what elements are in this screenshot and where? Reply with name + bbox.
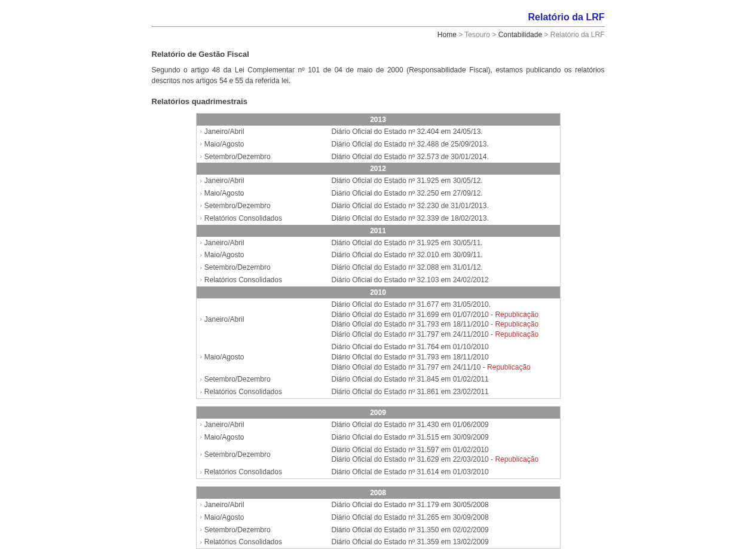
detail-line: Diário Oficial do Estado nº 32.010 em 30… bbox=[332, 250, 556, 260]
chevron-right-icon: › bbox=[200, 177, 202, 185]
row-detail-cell: Diário Oficial do Estado nº 31.764 em 01… bbox=[332, 342, 556, 372]
detail-text: Diário Oficial do Estado nº 31.430 em 01… bbox=[332, 420, 489, 429]
row-detail-cell: Diário Oficial do Estado nº 32.010 em 30… bbox=[332, 250, 556, 260]
breadcrumb-l1[interactable]: Tesouro bbox=[464, 30, 490, 39]
period-link[interactable]: Janeiro/Abril bbox=[204, 127, 244, 137]
period-link[interactable]: Janeiro/Abril bbox=[204, 500, 244, 510]
detail-text: Diário Oficial do Estado nº 32.404 em 24… bbox=[332, 127, 483, 136]
period-link[interactable]: Setembro/Dezembro bbox=[204, 263, 271, 273]
detail-text: Diário Oficial do Estado nº 31.179 em 30… bbox=[332, 501, 489, 509]
separator: - bbox=[480, 363, 487, 371]
period-link[interactable]: Setembro/Dezembro bbox=[204, 201, 271, 211]
row-period-cell: ›Maio/Agosto bbox=[200, 342, 332, 372]
republicacao-label[interactable]: Republicação bbox=[495, 310, 538, 319]
row-period-cell: ›Setembro/Dezembro bbox=[200, 263, 332, 273]
detail-line: Diário Oficial do Estado nº 31.764 em 01… bbox=[332, 342, 556, 352]
chevron-right-icon: › bbox=[200, 353, 202, 361]
breadcrumb-sep: > bbox=[490, 30, 498, 39]
period-link[interactable]: Setembro/Dezembro bbox=[204, 374, 271, 385]
period-link[interactable]: Setembro/Dezembro bbox=[204, 152, 271, 162]
detail-line: Diário Oficial do Estado nº 31.793 em 18… bbox=[332, 352, 556, 362]
row-detail-cell: Diário Oficial do Estado nº 31.925 em 30… bbox=[332, 176, 556, 186]
row-detail-cell: Diário Oficial do Estado nº 31.845 em 01… bbox=[332, 374, 556, 385]
period-link[interactable]: Maio/Agosto bbox=[204, 188, 244, 199]
detail-text: Diário Oficial do Estado nº 32.010 em 30… bbox=[332, 251, 483, 259]
period-link[interactable]: Relatórios Consolidados bbox=[204, 537, 282, 547]
period-link[interactable]: Janeiro/Abril bbox=[204, 420, 244, 430]
row-period-cell: ›Setembro/Dezembro bbox=[200, 525, 332, 535]
republicacao-label[interactable]: Republicação bbox=[495, 455, 538, 463]
row-period-cell: ›Setembro/Dezembro bbox=[200, 374, 332, 385]
chevron-right-icon: › bbox=[200, 251, 202, 260]
detail-line: Diário Oficial do Estado nº 32.339 de 18… bbox=[332, 214, 556, 224]
separator: - bbox=[489, 320, 495, 328]
chevron-right-icon: › bbox=[200, 450, 202, 459]
report-table: 2008›Janeiro/AbrilDiário Oficial do Esta… bbox=[196, 486, 561, 549]
chevron-right-icon: › bbox=[200, 315, 202, 324]
row-detail-cell: Diário Oficial do Estado nº 31.430 em 01… bbox=[332, 420, 556, 430]
period-link[interactable]: Janeiro/Abril bbox=[204, 315, 244, 325]
chevron-right-icon: › bbox=[200, 276, 202, 284]
period-link[interactable]: Maio/Agosto bbox=[204, 432, 244, 443]
detail-line: Diário Oficial do Estado nº 31.179 em 30… bbox=[332, 500, 556, 510]
year-header: 2011 bbox=[197, 225, 560, 237]
detail-line: Diário Oficial do Estado nº 32.230 de 31… bbox=[332, 201, 556, 211]
period-link[interactable]: Setembro/Dezembro bbox=[204, 450, 271, 460]
period-link[interactable]: Maio/Agosto bbox=[204, 250, 244, 260]
detail-text: Diário Oficial do Estado nº 31.265 em 30… bbox=[332, 513, 489, 521]
detail-line: Diário Oficial do Estado nº 31.597 em 01… bbox=[332, 445, 556, 455]
row-period-cell: ›Maio/Agosto bbox=[200, 250, 332, 260]
detail-line: Diário Oficial do Estado nº 31.629 em 22… bbox=[332, 455, 556, 465]
detail-line: Diário Oficial do Estado nº 32.573 de 30… bbox=[332, 152, 556, 162]
period-link[interactable]: Maio/Agosto bbox=[204, 139, 244, 150]
intro-text: Segundo o artigo 48 da Lei Complementar … bbox=[152, 65, 605, 86]
period-link[interactable]: Maio/Agosto bbox=[204, 513, 244, 523]
period-link[interactable]: Janeiro/Abril bbox=[204, 176, 244, 186]
row-period-cell: ›Setembro/Dezembro bbox=[200, 201, 332, 211]
period-link[interactable]: Maio/Agosto bbox=[204, 352, 244, 362]
detail-line: Diário Oficial do Estado nº 31.515 em 30… bbox=[332, 432, 556, 443]
row-period-cell: ›Janeiro/Abril bbox=[200, 238, 332, 248]
row-period-cell: ›Janeiro/Abril bbox=[200, 420, 332, 430]
row-detail-cell: Diário Oficial do Estado nº 32.230 de 31… bbox=[332, 201, 556, 211]
republicacao-label[interactable]: Republicação bbox=[487, 363, 531, 371]
year-header: 2009 bbox=[197, 407, 560, 419]
period-link[interactable]: Janeiro/Abril bbox=[204, 238, 244, 248]
table-row: ›Janeiro/AbrilDiário Oficial do Estado n… bbox=[197, 175, 560, 187]
period-link[interactable]: Relatórios Consolidados bbox=[204, 275, 282, 285]
breadcrumb-home[interactable]: Home bbox=[437, 30, 457, 39]
row-detail-cell: Diário Oficial de Estado nº 31.614 em 01… bbox=[332, 467, 556, 477]
detail-line: Diário Oficial do Estado nº 31.699 em 01… bbox=[332, 310, 556, 320]
table-row: ›Maio/AgostoDiário Oficial do Estado nº … bbox=[197, 341, 560, 373]
chevron-right-icon: › bbox=[200, 501, 202, 509]
tables-container: 2013›Janeiro/AbrilDiário Oficial do Esta… bbox=[152, 113, 605, 549]
republicacao-label[interactable]: Republicação bbox=[495, 330, 538, 338]
period-link[interactable]: Relatórios Consolidados bbox=[204, 467, 282, 477]
row-detail-cell: Diário Oficial do Estado nº 31.265 em 30… bbox=[332, 513, 556, 523]
detail-text: Diário Oficial do Estado nº 31.515 em 30… bbox=[332, 433, 489, 441]
period-link[interactable]: Relatórios Consolidados bbox=[204, 387, 282, 397]
row-period-cell: ›Relatórios Consolidados bbox=[200, 537, 332, 547]
period-link[interactable]: Setembro/Dezembro bbox=[204, 525, 271, 535]
row-detail-cell: Diário Oficial do Estado nº 32.573 de 30… bbox=[332, 152, 556, 162]
republicacao-label[interactable]: Republicação bbox=[495, 320, 538, 328]
row-detail-cell: Diário Oficial do Estado nº 32.103 em 24… bbox=[332, 275, 556, 285]
detail-text: Diário Oficial do Estado nº 31.793 em 18… bbox=[332, 353, 489, 361]
row-detail-cell: Diário Oficial do Estado nº 32.339 de 18… bbox=[332, 214, 556, 224]
breadcrumb-l2[interactable]: Contabilidade bbox=[498, 30, 542, 39]
row-period-cell: ›Relatórios Consolidados bbox=[200, 467, 332, 477]
row-period-cell: ›Setembro/Dezembro bbox=[200, 152, 332, 162]
table-row: ›Janeiro/AbrilDiário Oficial do Estado n… bbox=[197, 237, 560, 249]
detail-line: Diário Oficial do Estado nº 31.265 em 30… bbox=[332, 513, 556, 523]
row-period-cell: ›Relatórios Consolidados bbox=[200, 275, 332, 285]
detail-line: Diário Oficial do Estado nº 31.845 em 01… bbox=[332, 374, 556, 385]
detail-text: Diário Oficial do Estado nº 32.573 de 30… bbox=[332, 152, 489, 161]
chevron-right-icon: › bbox=[200, 538, 202, 547]
table-row: ›Janeiro/AbrilDiário Oficial do Estado n… bbox=[197, 419, 560, 431]
period-link[interactable]: Relatórios Consolidados bbox=[204, 214, 282, 224]
detail-line: Diário Oficial do Estado nº 32.088 em 31… bbox=[332, 263, 556, 273]
detail-text: Diário Oficial do Estado nº 32.250 em 27… bbox=[332, 189, 483, 197]
table-row: ›Maio/AgostoDiário Oficial do Estado nº … bbox=[197, 511, 560, 524]
row-detail-cell: Diário Oficial do Estado nº 31.925 em 30… bbox=[332, 238, 556, 248]
row-period-cell: ›Maio/Agosto bbox=[200, 188, 332, 199]
